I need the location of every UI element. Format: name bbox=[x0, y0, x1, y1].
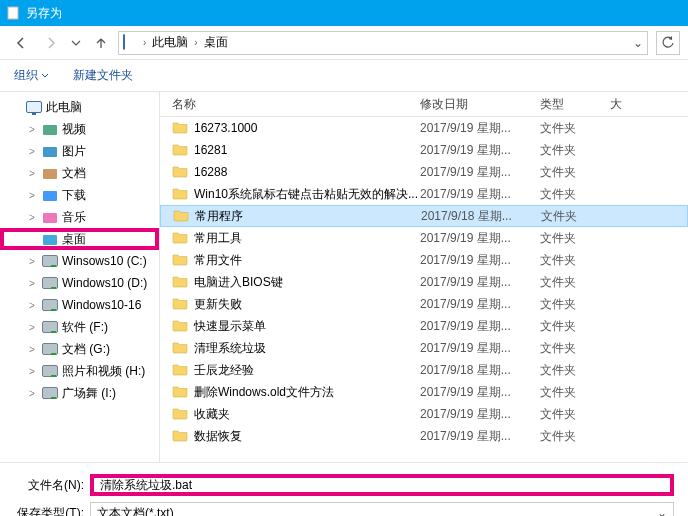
tree-label: 文档 bbox=[62, 165, 86, 182]
drive-icon bbox=[42, 319, 58, 335]
svg-rect-3 bbox=[43, 169, 57, 179]
expand-icon[interactable]: > bbox=[26, 168, 38, 179]
tree-label: 图片 bbox=[62, 143, 86, 160]
tree-item[interactable]: >文档 bbox=[0, 162, 159, 184]
tree-label: Windows10-16 bbox=[62, 298, 141, 312]
svg-rect-4 bbox=[43, 191, 57, 201]
expand-icon[interactable]: > bbox=[26, 388, 38, 399]
tree-item[interactable]: >音乐 bbox=[0, 206, 159, 228]
file-row[interactable]: Win10系统鼠标右键点击粘贴无效的解决...2017/9/19 星期...文件… bbox=[160, 183, 688, 205]
tree-label: 此电脑 bbox=[46, 99, 82, 116]
chevron-down-icon[interactable]: ⌄ bbox=[633, 36, 643, 50]
chevron-down-icon bbox=[41, 72, 49, 80]
tree-label: 音乐 bbox=[62, 209, 86, 226]
expand-icon[interactable]: > bbox=[26, 212, 38, 223]
sidebar-tree[interactable]: 此电脑>视频>图片>文档>下载>音乐桌面>Winsows10 (C:)>Wind… bbox=[0, 92, 160, 462]
tree-item[interactable]: >软件 (F:) bbox=[0, 316, 159, 338]
file-row[interactable]: 更新失败2017/9/19 星期...文件夹 bbox=[160, 293, 688, 315]
expand-icon[interactable]: > bbox=[26, 322, 38, 333]
file-row[interactable]: 收藏夹2017/9/19 星期...文件夹 bbox=[160, 403, 688, 425]
address-bar[interactable]: › 此电脑 › 桌面 ⌄ bbox=[118, 31, 648, 55]
expand-icon[interactable]: > bbox=[26, 146, 38, 157]
svg-rect-0 bbox=[8, 7, 18, 19]
desktop-icon bbox=[42, 231, 58, 247]
filetype-select[interactable]: 文本文档(*.txt) ⌄ bbox=[90, 502, 674, 516]
file-type: 文件夹 bbox=[540, 384, 610, 401]
col-size[interactable]: 大 bbox=[610, 96, 688, 113]
pc-icon bbox=[123, 35, 139, 51]
file-row[interactable]: 电脑进入BIOS键2017/9/19 星期...文件夹 bbox=[160, 271, 688, 293]
file-date: 2017/9/19 星期... bbox=[420, 296, 540, 313]
col-type[interactable]: 类型 bbox=[540, 96, 610, 113]
file-list[interactable]: 16273.10002017/9/19 星期...文件夹162812017/9/… bbox=[160, 117, 688, 462]
folder-icon bbox=[172, 230, 188, 247]
col-name[interactable]: 名称 bbox=[160, 96, 420, 113]
file-date: 2017/9/19 星期... bbox=[420, 230, 540, 247]
docs-icon bbox=[42, 165, 58, 181]
file-row[interactable]: 删除Windows.old文件方法2017/9/19 星期...文件夹 bbox=[160, 381, 688, 403]
chevron-right-icon: › bbox=[143, 37, 146, 48]
breadcrumb-root[interactable]: 此电脑 bbox=[150, 34, 190, 51]
pictures-icon bbox=[42, 143, 58, 159]
recent-dropdown[interactable] bbox=[68, 30, 84, 56]
file-row[interactable]: 快速显示菜单2017/9/19 星期...文件夹 bbox=[160, 315, 688, 337]
file-row[interactable]: 162812017/9/19 星期...文件夹 bbox=[160, 139, 688, 161]
file-type: 文件夹 bbox=[540, 120, 610, 137]
file-date: 2017/9/19 星期... bbox=[420, 120, 540, 137]
folder-icon bbox=[172, 428, 188, 445]
tree-label: 照片和视频 (H:) bbox=[62, 363, 145, 380]
column-headers[interactable]: 名称 修改日期 类型 大 bbox=[160, 92, 688, 117]
expand-icon[interactable]: > bbox=[26, 300, 38, 311]
tree-item[interactable]: 桌面 bbox=[0, 228, 159, 250]
expand-icon[interactable]: > bbox=[26, 344, 38, 355]
tree-item[interactable]: >Windows10 (D:) bbox=[0, 272, 159, 294]
file-name: Win10系统鼠标右键点击粘贴无效的解决... bbox=[194, 186, 418, 203]
file-row[interactable]: 清理系统垃圾2017/9/19 星期...文件夹 bbox=[160, 337, 688, 359]
expand-icon[interactable]: > bbox=[26, 124, 38, 135]
file-row[interactable]: 常用文件2017/9/19 星期...文件夹 bbox=[160, 249, 688, 271]
tree-item[interactable]: >广场舞 (I:) bbox=[0, 382, 159, 404]
window-icon bbox=[6, 6, 20, 20]
downloads-icon bbox=[42, 187, 58, 203]
folder-icon bbox=[172, 142, 188, 159]
tree-item[interactable]: >照片和视频 (H:) bbox=[0, 360, 159, 382]
expand-icon[interactable]: > bbox=[26, 366, 38, 377]
expand-icon[interactable]: > bbox=[26, 278, 38, 289]
file-row[interactable]: 数据恢复2017/9/19 星期...文件夹 bbox=[160, 425, 688, 447]
expand-icon[interactable]: > bbox=[26, 256, 38, 267]
refresh-button[interactable] bbox=[656, 31, 680, 55]
file-name: 收藏夹 bbox=[194, 406, 230, 423]
file-date: 2017/9/18 星期... bbox=[421, 208, 541, 225]
tree-item[interactable]: >视频 bbox=[0, 118, 159, 140]
col-date[interactable]: 修改日期 bbox=[420, 96, 540, 113]
back-button[interactable] bbox=[8, 30, 34, 56]
filename-input[interactable]: 清除系统垃圾.bat bbox=[90, 474, 674, 496]
drive-icon bbox=[42, 275, 58, 291]
file-row[interactable]: 162882017/9/19 星期...文件夹 bbox=[160, 161, 688, 183]
save-form: 文件名(N): 清除系统垃圾.bat 保存类型(T): 文本文档(*.txt) … bbox=[0, 462, 688, 516]
tree-label: Windows10 (D:) bbox=[62, 276, 147, 290]
new-folder-button[interactable]: 新建文件夹 bbox=[73, 67, 133, 84]
drive-icon bbox=[42, 363, 58, 379]
expand-icon[interactable]: > bbox=[26, 190, 38, 201]
file-row[interactable]: 常用工具2017/9/19 星期...文件夹 bbox=[160, 227, 688, 249]
forward-button[interactable] bbox=[38, 30, 64, 56]
file-name: 数据恢复 bbox=[194, 428, 242, 445]
file-row[interactable]: 常用程序2017/9/18 星期...文件夹 bbox=[160, 205, 688, 227]
tree-item[interactable]: 此电脑 bbox=[0, 96, 159, 118]
file-row[interactable]: 壬辰龙经验2017/9/18 星期...文件夹 bbox=[160, 359, 688, 381]
organize-menu[interactable]: 组织 bbox=[14, 67, 49, 84]
tree-item[interactable]: >Winsows10 (C:) bbox=[0, 250, 159, 272]
tree-item[interactable]: >文档 (G:) bbox=[0, 338, 159, 360]
file-row[interactable]: 16273.10002017/9/19 星期...文件夹 bbox=[160, 117, 688, 139]
up-button[interactable] bbox=[88, 30, 114, 56]
breadcrumb-current[interactable]: 桌面 bbox=[202, 34, 230, 51]
tree-item[interactable]: >图片 bbox=[0, 140, 159, 162]
file-type: 文件夹 bbox=[540, 362, 610, 379]
tree-item[interactable]: >下载 bbox=[0, 184, 159, 206]
folder-icon bbox=[172, 318, 188, 335]
file-name: 常用工具 bbox=[194, 230, 242, 247]
file-date: 2017/9/19 星期... bbox=[420, 164, 540, 181]
file-date: 2017/9/19 星期... bbox=[420, 318, 540, 335]
tree-item[interactable]: >Windows10-16 bbox=[0, 294, 159, 316]
